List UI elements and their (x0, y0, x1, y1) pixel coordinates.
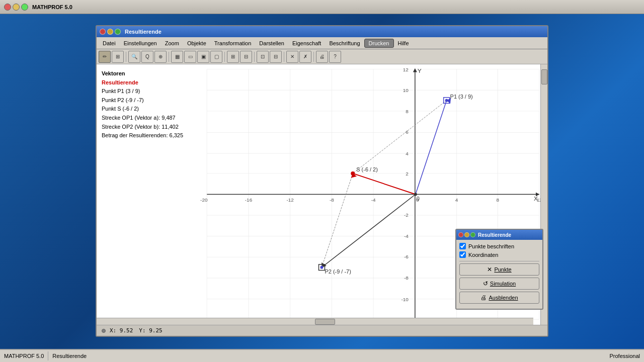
svg-text:-4: -4 (371, 197, 376, 203)
tool-grid[interactable]: ▦ (171, 51, 183, 63)
checkbox-punkte-label: Punkte beschriften (468, 243, 514, 249)
tool-fit[interactable]: ▭ (184, 51, 196, 63)
checkbox-punkte-beschriften: Punkte beschriften (459, 243, 539, 249)
toolbar-separator-2 (169, 52, 169, 62)
svg-text:P2 (-9 / -7): P2 (-9 / -7) (325, 268, 351, 275)
svg-text:8: 8 (497, 197, 500, 203)
svg-text:-16: -16 (245, 197, 253, 203)
sec-maximize-button[interactable] (470, 232, 475, 237)
secondary-panel-title: Resultierende (478, 232, 511, 238)
checkbox-punkte-input[interactable] (459, 243, 466, 249)
secondary-panel-body: Punkte beschriften Koordinaten ✕ Punkte … (456, 240, 542, 309)
svg-text:0: 0 (417, 196, 420, 202)
menu-beschriftung[interactable]: Beschriftung (325, 39, 364, 47)
maximize-button[interactable] (21, 4, 28, 11)
svg-text:8: 8 (406, 109, 409, 114)
tool-frame[interactable]: ▣ (197, 51, 209, 63)
toolbar-separator-6 (313, 52, 314, 62)
tool-draw[interactable]: ✏ (99, 51, 111, 63)
win-close-button[interactable] (100, 29, 106, 35)
svg-line-53 (321, 173, 353, 267)
sec-minimize-button[interactable] (464, 232, 469, 237)
bottom-app-name: MATHPROF 5.0 (4, 353, 44, 359)
menu-hilfe[interactable]: Hilfe (394, 39, 413, 47)
menu-transformation[interactable]: Transformation (210, 39, 256, 47)
ausblenden-icon: 🖨 (480, 294, 487, 301)
tool-close-x[interactable]: ✕ (286, 51, 298, 63)
coord-y-label: Y: 9.25 (139, 327, 162, 334)
minimize-button[interactable] (13, 4, 20, 11)
tool-zoom-out[interactable]: 🔍 (128, 51, 140, 63)
ausblenden-label: Ausblenden (489, 295, 518, 301)
coordinate-display: X: 9.52 Y: 9.25 (97, 325, 547, 336)
tool-frame2[interactable]: ▢ (210, 51, 222, 63)
app-title: MATHPROF 5.0 (32, 4, 72, 10)
separator (459, 261, 539, 261)
svg-text:P1 (3 / 9): P1 (3 / 9) (450, 94, 473, 100)
tool-page[interactable]: ⊟ (270, 51, 282, 63)
punkte-button[interactable]: ✕ Punkte (459, 263, 539, 276)
svg-line-51 (321, 195, 415, 267)
dot-indicator (102, 329, 106, 333)
svg-text:-4: -4 (404, 233, 409, 239)
coord-x-label: X: 9.52 (110, 327, 133, 334)
bottom-version: Professional (609, 353, 640, 359)
tool-move[interactable]: ⊡ (257, 51, 269, 63)
tool-zoom-in-small[interactable]: Q (141, 51, 153, 63)
simulation-button[interactable]: ↺ Simulation (459, 278, 539, 290)
app-title-bar: MATHPROF 5.0 (0, 0, 644, 14)
svg-line-49 (416, 101, 447, 195)
toolbar-separator-3 (224, 52, 225, 62)
menu-bar: Datei Einstellungen Zoom Objekte Transfo… (97, 37, 547, 49)
punkte-label: Punkte (494, 266, 511, 273)
svg-text:-10: -10 (401, 297, 409, 302)
svg-text:10: 10 (403, 87, 409, 93)
tool-zoom-reset[interactable]: ⊕ (154, 51, 167, 63)
vertical-scroll-thumb[interactable] (541, 69, 547, 84)
horizontal-scroll-thumb[interactable] (315, 319, 335, 325)
svg-point-60 (320, 266, 323, 269)
svg-text:-2: -2 (404, 212, 409, 218)
menu-darstellen[interactable]: Darstellen (255, 39, 288, 47)
secondary-title-buttons (458, 232, 475, 237)
svg-text:Y: Y (418, 68, 422, 74)
tool-table[interactable]: ⊞ (227, 51, 239, 63)
svg-text:12: 12 (536, 197, 540, 203)
bottom-status-bar: MATHPROF 5.0 Resultierende Professional (0, 349, 644, 362)
menu-eigenschaft[interactable]: Eigenschaft (288, 39, 325, 47)
win-minimize-button[interactable] (107, 29, 113, 35)
secondary-panel-title-bar: Resultierende (456, 230, 542, 240)
checkbox-koordinaten-input[interactable] (459, 251, 466, 258)
svg-text:-12: -12 (286, 197, 293, 203)
tool-table2[interactable]: ⊟ (240, 51, 252, 63)
menu-datei[interactable]: Datei (99, 39, 120, 47)
checkbox-koordinaten: Koordinaten (459, 251, 539, 258)
svg-text:-20: -20 (200, 197, 208, 203)
svg-text:2: 2 (406, 171, 409, 176)
toolbar: ✏ ⊞ 🔍 Q ⊕ ▦ ▭ ▣ ▢ ⊞ ⊟ ⊡ ⊟ ✕ ✗ 🖨 ? (97, 49, 547, 64)
tool-print[interactable]: 🖨 (316, 51, 328, 63)
toolbar-separator-4 (254, 52, 255, 62)
simulation-icon: ↺ (483, 280, 488, 287)
sec-close-button[interactable] (458, 232, 463, 237)
svg-text:-8: -8 (404, 275, 409, 281)
svg-text:12: 12 (403, 67, 409, 72)
menu-einstellungen[interactable]: Einstellungen (120, 39, 161, 47)
menu-drucken[interactable]: Drucken (364, 39, 394, 48)
svg-text:4: 4 (406, 151, 409, 156)
window-title-bar: Resultierende (97, 26, 547, 37)
tool-help[interactable]: ? (329, 51, 341, 63)
menu-zoom[interactable]: Zoom (161, 39, 183, 47)
win-maximize-button[interactable] (115, 29, 121, 35)
close-button[interactable] (4, 4, 11, 11)
svg-text:-8: -8 (330, 197, 334, 203)
svg-text:-6: -6 (404, 254, 409, 259)
svg-line-55 (353, 173, 416, 195)
svg-point-58 (445, 99, 448, 102)
tool-select[interactable]: ⊞ (112, 51, 124, 63)
tool-close-x2[interactable]: ✗ (299, 51, 311, 63)
menu-objekte[interactable]: Objekte (183, 39, 210, 47)
horizontal-scrollbar[interactable] (97, 318, 533, 325)
title-bar-buttons (4, 4, 28, 11)
ausblenden-button[interactable]: 🖨 Ausblenden (459, 292, 539, 304)
